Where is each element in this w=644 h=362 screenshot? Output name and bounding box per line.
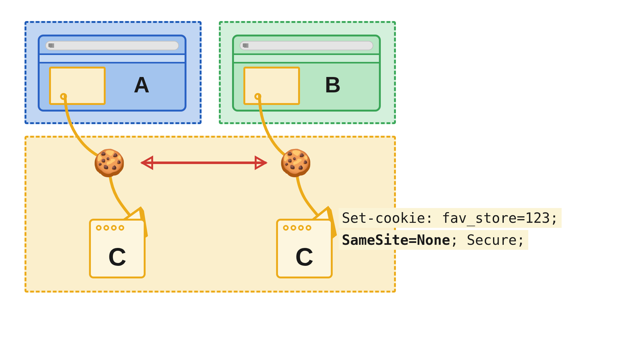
secure-attr: ; Secure; <box>450 232 525 248</box>
bidirectional-arrow <box>133 153 275 172</box>
diagram-root: A B 🍪 🍪 C C <box>0 0 644 362</box>
service-c-label: C <box>278 243 331 272</box>
site-b-label: B <box>325 72 341 97</box>
browser-a <box>38 35 186 112</box>
set-cookie-header-line1: Set-cookie: fav_store=123; <box>339 208 562 228</box>
service-c-instance: C <box>89 219 146 278</box>
window-dots-icon <box>283 225 313 232</box>
service-c-instance: C <box>276 219 333 278</box>
embedded-iframe-a <box>49 67 106 105</box>
service-c-label: C <box>91 243 144 272</box>
iframe-origin-dot <box>254 93 261 100</box>
toolbar <box>40 53 185 63</box>
samesite-attr: SameSite=None <box>342 232 450 248</box>
lock-icon <box>48 43 52 47</box>
embedded-iframe-b <box>243 67 300 105</box>
address-bar <box>240 41 373 50</box>
lock-icon <box>243 43 247 47</box>
cookie-icon: 🍪 <box>279 150 312 176</box>
window-dots-icon <box>96 225 126 232</box>
site-a-label: A <box>134 72 150 97</box>
browser-b <box>232 35 381 112</box>
set-cookie-header-line2: SameSite=None; Secure; <box>339 230 528 250</box>
address-bar <box>45 41 179 50</box>
iframe-origin-dot <box>60 93 67 100</box>
toolbar <box>234 53 379 63</box>
cookie-icon: 🍪 <box>93 150 126 176</box>
